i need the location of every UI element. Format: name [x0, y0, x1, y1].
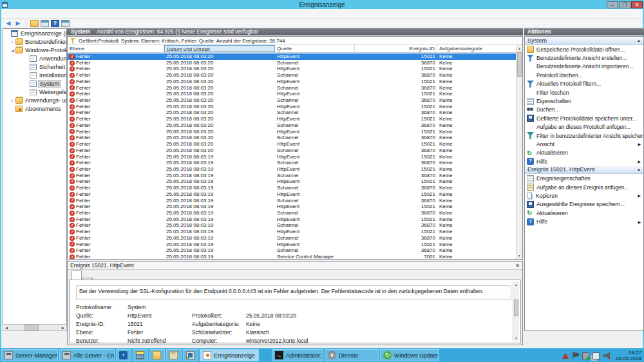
actions-section-header-system[interactable]: System ▲ — [525, 37, 643, 45]
filter-bar[interactable]: Gefiltert:Protokoll: System; Ebenen: Kri… — [68, 37, 522, 45]
table-row[interactable]: Fehler 25.05.2018 08:03:20 Schannel 3687… — [68, 110, 516, 116]
taskbar-button-ereignisanzeige[interactable]: Ereignisanzeige — [200, 349, 259, 361]
taskbar-button-rds[interactable] — [133, 349, 148, 361]
table-row[interactable]: Fehler 25.05.2018 08:03:19 Schannel 3687… — [68, 198, 516, 204]
collapse-icon[interactable]: ▲ — [637, 39, 641, 43]
action-save-filter-to-custom-view[interactable]: Filter in benutzerdefinierter Ansicht sp… — [525, 131, 643, 140]
detail-close-icon[interactable]: ✕ — [515, 263, 520, 269]
tree-item-windows-protokolle[interactable]: ◢ Windows-Protokolle — [3, 46, 66, 54]
volume-muted-icon[interactable] — [603, 352, 610, 359]
action-clear-filter[interactable]: Filter löschen — [525, 88, 643, 97]
table-row[interactable]: Fehler 25.05.2018 08:03:20 Schannel 3687… — [68, 148, 516, 154]
column-header-datum[interactable]: Datum und Uhrzeit — [164, 45, 275, 52]
tree-item-weitergeleitete-ereignisse[interactable]: Weitergeleitete Ereignisse — [3, 88, 66, 96]
taskbar-button-remote-desktop[interactable] — [183, 349, 198, 361]
taskbar-button-windows-update[interactable]: Windows Update — [380, 349, 439, 361]
scroll-up-icon[interactable]: ▲ — [516, 45, 522, 52]
title-bar[interactable]: Ereignisanzeige – ❐ ✕ — [0, 0, 644, 9]
scroll-right-icon[interactable]: ▶ — [60, 325, 66, 330]
disk-status-icon[interactable] — [582, 352, 589, 359]
table-row[interactable]: Fehler 25.05.2018 08:03:19 Schannel 3687… — [68, 235, 516, 242]
table-row[interactable]: Fehler 25.05.2018 08:03:20 HttpEvent 150… — [68, 129, 516, 135]
taskbar-button-server-manager[interactable]: Server-Manager — [1, 349, 58, 361]
action-create-custom-view[interactable]: Benutzerdefinierte Ansicht erstellen... — [525, 53, 643, 62]
network-status-icon[interactable] — [592, 352, 600, 359]
action-find[interactable]: Suchen... — [525, 106, 643, 114]
action-import-custom-view[interactable]: Benutzerdefinierte Ansicht importieren..… — [525, 62, 643, 71]
tree-item-sicherheit[interactable]: Sicherheit — [3, 62, 66, 71]
table-row[interactable]: Fehler 25.05.2018 08:03:19 Schannel 3687… — [68, 247, 516, 254]
table-row[interactable]: Fehler 25.05.2018 08:03:19 Schannel 3687… — [68, 160, 516, 166]
column-header-ereignis-id[interactable]: Ereignis-ID — [355, 45, 437, 52]
table-row[interactable]: Fehler 25.05.2018 08:03:20 Schannel 3687… — [68, 122, 516, 129]
table-row[interactable]: Fehler 25.05.2018 08:03:20 Schannel 3687… — [68, 135, 516, 141]
column-header-ebene[interactable]: Ebene — [68, 45, 164, 52]
table-row[interactable]: Fehler 25.05.2018 08:03:20 HttpEvent 150… — [68, 116, 516, 122]
collapse-icon[interactable]: ▲ — [637, 167, 641, 171]
table-row[interactable]: Fehler 25.05.2018 08:03:19 HttpEvent 150… — [68, 242, 516, 248]
scroll-thumb[interactable] — [24, 325, 39, 330]
tree-item-benutzerdefinierte-ansichten[interactable]: ▷ Benutzerdefinierte Ansichten — [3, 37, 66, 46]
table-row[interactable]: Fehler 25.05.2018 08:03:19 HttpEvent 150… — [68, 204, 516, 210]
minimize-button[interactable]: – — [607, 1, 618, 8]
detail-tab[interactable] — [71, 271, 82, 280]
detail-scrollbar[interactable]: ▲ ▼ — [513, 281, 519, 341]
column-header-quelle[interactable]: Quelle — [275, 45, 355, 52]
action-help[interactable]: Hilfe ▶ — [525, 157, 643, 166]
table-row[interactable]: Fehler 25.05.2018 08:03:20 Schannel 3687… — [68, 85, 516, 91]
taskbar-button-administrator-cmd[interactable]: Administrator: Ein... — [272, 349, 323, 361]
scroll-thumb[interactable] — [517, 52, 522, 77]
forward-icon[interactable]: ▶ — [14, 20, 22, 26]
restore-button[interactable]: ❐ — [619, 1, 630, 8]
tree-item-root[interactable]: Ereignisanzeige (Lokal) — [3, 29, 66, 37]
table-row[interactable]: Fehler 25.05.2018 08:03:19 Schannel 3687… — [68, 210, 516, 216]
alert-triangle-icon[interactable] — [562, 353, 569, 359]
table-row[interactable]: Fehler 25.05.2018 08:03:19 HttpEvent 150… — [68, 191, 516, 198]
table-row[interactable]: Fehler 25.05.2018 08:03:20 Schannel 3687… — [68, 72, 516, 79]
action-view[interactable]: Ansicht ▶ — [525, 140, 643, 148]
tree-item-abonnements[interactable]: Abonnements — [3, 104, 66, 113]
action-copy[interactable]: Kopieren ▶ — [525, 191, 643, 200]
table-row[interactable]: Fehler 25.05.2018 08:03:20 HttpEvent 150… — [68, 53, 516, 60]
scroll-thumb[interactable] — [514, 300, 518, 316]
tree-item-anwendung[interactable]: Anwendung — [3, 54, 66, 62]
table-row[interactable]: Fehler 25.05.2018 08:03:20 Schannel 3687… — [68, 60, 516, 66]
action-attach-task-to-log[interactable]: Aufgabe an dieses Protokoll anfügen... — [525, 123, 643, 131]
table-row[interactable]: Fehler 25.05.2018 08:03:19 HttpEvent 150… — [68, 216, 516, 223]
taskbar-clock[interactable]: 08:27 25.05.2018 — [613, 350, 641, 361]
table-row[interactable]: Fehler 25.05.2018 08:03:19 Schannel 3687… — [68, 185, 516, 191]
action-refresh-event[interactable]: Aktualisieren — [525, 209, 643, 217]
help-icon[interactable] — [51, 20, 59, 27]
tree-expander-icon[interactable]: ▷ — [10, 98, 15, 102]
scroll-left-icon[interactable]: ◀ — [3, 325, 10, 330]
tree-horizontal-scrollbar[interactable]: ◀ ▶ — [3, 324, 67, 331]
action-center-flag-icon[interactable] — [572, 352, 579, 359]
action-filter-current-log[interactable]: Aktuelles Protokoll filtern... — [525, 80, 643, 88]
table-row[interactable]: Fehler 25.05.2018 08:03:19 Schannel 3687… — [68, 222, 516, 229]
scroll-down-icon[interactable]: ▼ — [513, 335, 519, 341]
action-event-properties[interactable]: Ereigniseigenschaften — [525, 174, 643, 182]
actions-section-header-event[interactable]: Ereignis 15021, HttpEvent ▲ — [525, 166, 643, 174]
tree-item-installation[interactable]: Installation — [3, 71, 66, 79]
action-save-filtered-log[interactable]: Gefilterte Protokolldatei speichern unte… — [525, 114, 643, 122]
action-attach-task-to-event[interactable]: Aufgabe an dieses Ereignis anfügen... — [525, 183, 643, 191]
event-list-scrollbar[interactable]: ▲ ▼ — [516, 45, 522, 259]
open-saved-log-icon[interactable] — [30, 20, 39, 27]
scroll-down-icon[interactable]: ▼ — [516, 252, 522, 259]
table-row[interactable]: Fehler 25.05.2018 08:03:20 HttpEvent 150… — [68, 104, 516, 110]
action-open-saved-log[interactable]: Gespeicherte Protokolldatei öffnen... — [525, 45, 643, 53]
table-row[interactable]: Fehler 25.05.2018 08:03:20 HttpEvent 150… — [68, 91, 516, 97]
table-row[interactable]: Fehler 25.05.2018 08:03:19 Service Contr… — [68, 254, 516, 259]
tree-item-system[interactable]: System — [3, 79, 66, 88]
taskbar-button-mail[interactable] — [166, 349, 182, 361]
action-save-selected-events[interactable]: Ausgewählte Ereignisse speichern... — [525, 200, 643, 209]
tree-expander-icon[interactable]: ◢ — [10, 48, 15, 52]
table-row[interactable]: Fehler 25.05.2018 08:03:19 HttpEvent 150… — [68, 166, 516, 173]
scroll-track[interactable] — [10, 325, 60, 330]
table-row[interactable]: Fehler 25.05.2018 08:03:20 HttpEvent 150… — [68, 141, 516, 148]
scroll-up-icon[interactable]: ▲ — [513, 281, 519, 288]
taskbar-button-dienste[interactable]: Dienste — [325, 349, 379, 361]
console-window-icon[interactable] — [41, 20, 49, 27]
table-row[interactable]: Fehler 25.05.2018 08:03:20 HttpEvent 150… — [68, 66, 516, 72]
taskbar-button-powershell[interactable] — [116, 349, 131, 361]
